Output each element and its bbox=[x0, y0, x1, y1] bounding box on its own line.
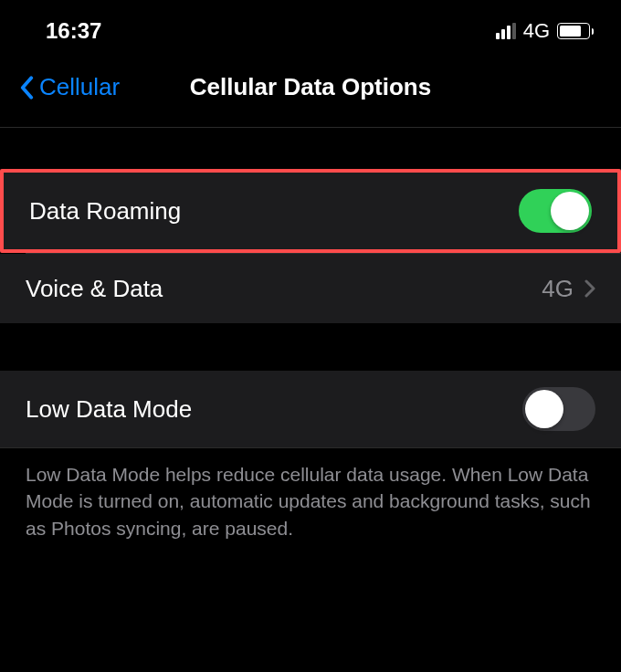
voice-data-label: Voice & Data bbox=[26, 275, 163, 303]
back-button[interactable]: Cellular bbox=[20, 73, 120, 101]
signal-icon bbox=[496, 23, 516, 39]
data-roaming-toggle[interactable] bbox=[519, 189, 592, 233]
low-data-mode-help-text: Low Data Mode helps reduce cellular data… bbox=[0, 447, 621, 560]
back-label: Cellular bbox=[39, 73, 120, 101]
toggle-knob bbox=[551, 192, 589, 230]
voice-data-row[interactable]: Voice & Data 4G bbox=[0, 254, 621, 323]
status-right: 4G bbox=[496, 19, 594, 43]
section-gap bbox=[0, 323, 621, 371]
low-data-mode-label: Low Data Mode bbox=[26, 395, 192, 424]
page-title: Cellular Data Options bbox=[190, 73, 431, 101]
section-gap bbox=[0, 128, 621, 169]
low-data-mode-toggle[interactable] bbox=[522, 387, 595, 431]
data-roaming-row[interactable]: Data Roaming bbox=[0, 169, 621, 253]
toggle-knob bbox=[525, 390, 563, 428]
network-label: 4G bbox=[523, 19, 550, 43]
voice-data-value: 4G bbox=[542, 275, 574, 303]
voice-data-value-wrap: 4G bbox=[542, 275, 595, 303]
status-time: 16:37 bbox=[46, 18, 101, 44]
low-data-mode-row[interactable]: Low Data Mode bbox=[0, 371, 621, 447]
battery-icon bbox=[557, 23, 594, 39]
status-bar: 16:37 4G bbox=[0, 0, 621, 55]
data-roaming-label: Data Roaming bbox=[29, 197, 181, 226]
chevron-left-icon bbox=[20, 76, 34, 100]
nav-header: Cellular Cellular Data Options bbox=[0, 55, 621, 128]
chevron-right-icon bbox=[584, 279, 595, 298]
